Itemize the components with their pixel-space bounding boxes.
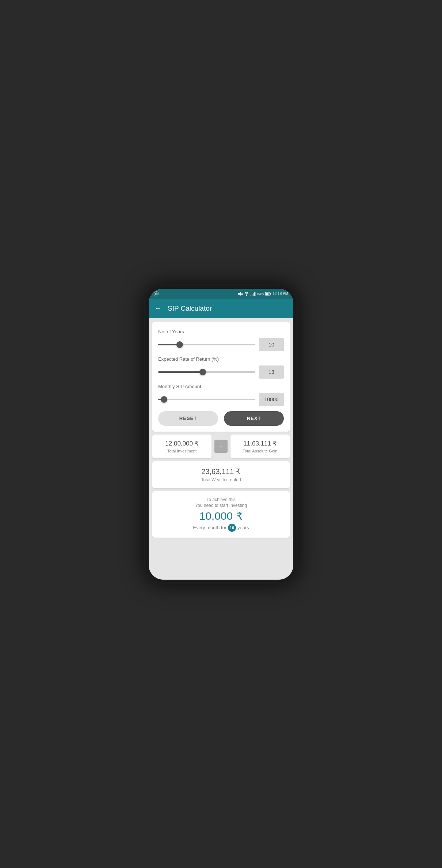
- achieve-footer: Every month for 10 years: [158, 524, 284, 532]
- total-investment-card: 12,00,000 ₹ Total Investment: [152, 435, 212, 458]
- rate-slider-row: 13: [158, 365, 284, 379]
- total-gain-card: 11,63,111 ₹ Total Absolute Gain: [230, 435, 290, 458]
- plus-divider: +: [214, 440, 228, 453]
- app-bar: ← SIP Calculator: [149, 299, 293, 318]
- svg-point-6: [246, 295, 247, 296]
- battery-percent: 63%: [257, 292, 264, 296]
- signal-icon: [251, 292, 256, 296]
- years-track: [158, 344, 255, 345]
- back-button[interactable]: ←: [155, 304, 162, 312]
- svg-rect-8: [252, 294, 252, 296]
- svg-rect-14: [266, 293, 268, 295]
- achieve-sub2: You need to start Investing: [158, 503, 284, 508]
- years-label: No. of Years: [158, 329, 284, 334]
- sip-thumb[interactable]: [161, 396, 167, 403]
- svg-rect-11: [255, 292, 256, 296]
- rate-thumb[interactable]: [199, 369, 206, 375]
- total-investment-amount: 12,00,000 ₹: [156, 440, 208, 447]
- phone-shell: 63% 12:18 PM ← SIP Calculator No. of: [144, 284, 298, 584]
- achieve-footer-text1: Every month for: [193, 525, 226, 530]
- total-wealth-card: 23,63,111 ₹ Total Wealth created: [152, 461, 290, 488]
- rate-label: Expected Rate of Return (%): [158, 356, 284, 362]
- total-wealth-label: Total Wealth created: [158, 477, 284, 482]
- achieve-footer-text2: years: [237, 525, 249, 530]
- total-gain-amount: 11,63,111 ₹: [234, 440, 286, 447]
- sip-label: Monthly SIP Amount: [158, 384, 284, 389]
- battery-icon: [265, 292, 271, 296]
- main-content: No. of Years 10 Expected Rate of Return …: [149, 318, 293, 580]
- status-icons: 63% 12:18 PM: [238, 292, 288, 296]
- total-wealth-amount: 23,63,111 ₹: [158, 467, 284, 476]
- achieve-card: To achieve this You need to start Invest…: [152, 491, 290, 538]
- rate-slider[interactable]: [158, 368, 255, 376]
- rate-track: [158, 371, 255, 373]
- total-gain-label: Total Absolute Gain: [234, 449, 286, 453]
- mute-icon: [238, 292, 243, 296]
- next-button[interactable]: NEXT: [224, 411, 284, 426]
- total-investment-label: Total Investment: [156, 449, 208, 453]
- calculator-card: No. of Years 10 Expected Rate of Return …: [152, 322, 290, 432]
- phone-screen: 63% 12:18 PM ← SIP Calculator No. of: [149, 289, 293, 580]
- years-thumb[interactable]: [176, 341, 183, 348]
- svg-rect-10: [254, 292, 255, 296]
- status-bar: 63% 12:18 PM: [149, 289, 293, 299]
- app-title: SIP Calculator: [168, 304, 212, 312]
- rate-value: 13: [259, 365, 284, 379]
- years-value: 10: [259, 338, 284, 351]
- svg-rect-13: [270, 293, 271, 295]
- achieve-years-badge: 10: [228, 524, 236, 532]
- sip-track: [158, 399, 255, 400]
- svg-rect-7: [251, 295, 251, 296]
- reset-button[interactable]: RESET: [158, 411, 218, 426]
- achieve-sub1: To achieve this: [158, 497, 284, 502]
- investment-gain-row: 12,00,000 ₹ Total Investment + 11,63,111…: [152, 435, 290, 458]
- sip-slider-row: 10000: [158, 393, 284, 406]
- achieve-amount: 10,000 ₹: [158, 509, 284, 522]
- app-icon: [154, 291, 159, 296]
- action-buttons: RESET NEXT: [158, 411, 284, 426]
- wifi-icon: [244, 292, 249, 296]
- status-time: 12:18 PM: [273, 292, 288, 296]
- svg-marker-3: [238, 292, 241, 296]
- rate-fill: [158, 371, 203, 373]
- years-slider-row: 10: [158, 338, 284, 351]
- svg-rect-9: [253, 293, 254, 296]
- sip-slider[interactable]: [158, 396, 255, 403]
- status-left: [154, 291, 159, 296]
- sip-value: 10000: [259, 393, 284, 406]
- years-slider[interactable]: [158, 341, 255, 348]
